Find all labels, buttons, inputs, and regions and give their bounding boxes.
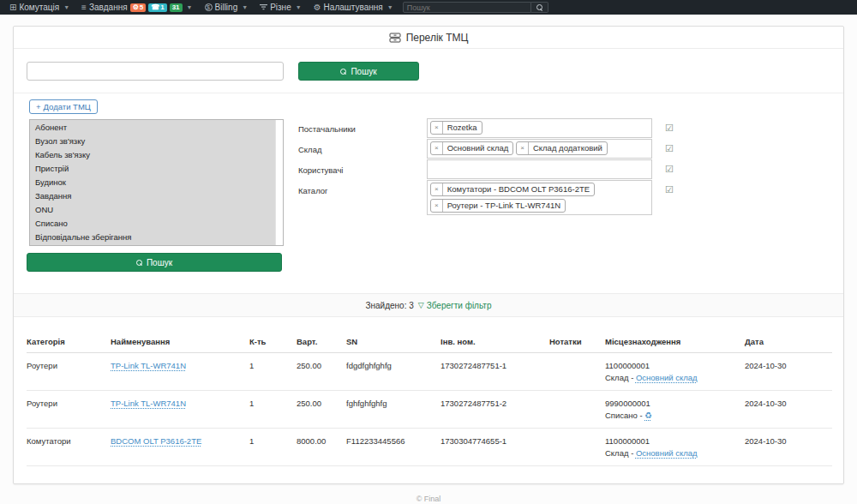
filter-label-users: Користувачі [298, 160, 427, 179]
chevron-down-icon: ▼ [187, 4, 193, 10]
save-filter-link[interactable]: ▽ Зберегти фільтр [418, 301, 492, 310]
recycle-icon[interactable]: ♻ [644, 411, 652, 420]
cell-location: 1100000001 Склад - Основний склад [605, 353, 745, 391]
remove-tag-icon[interactable]: × [431, 142, 443, 154]
remove-tag-icon[interactable]: × [431, 200, 443, 212]
col-date: Дата [745, 329, 832, 353]
cell-price: 250.00 [297, 353, 346, 391]
tmc-search-input[interactable] [27, 62, 284, 81]
col-price: Варт. [297, 329, 346, 353]
table-row: Комутатори BDCOM OLT P3616-2TE 1 8000.00… [27, 429, 832, 466]
listbox-option[interactable]: Вузол зв'язку [30, 134, 283, 147]
listbox-option[interactable]: Кабель зв'язку [30, 147, 283, 161]
item-name-link[interactable]: TP-Link TL-WR741N [111, 361, 186, 370]
page-title: Перелік ТМЦ [14, 27, 843, 49]
tmc-table: Категорія Найменування К-ть Варт. SN Інв… [27, 329, 832, 466]
tasks-badge-count[interactable]: 31 [170, 3, 183, 12]
listbox-option[interactable]: Списано [30, 216, 283, 230]
nav-item-billing[interactable]: $ Billing ▼ [199, 0, 255, 15]
warehouse-checkbox-icon[interactable]: ☑ [652, 140, 686, 159]
funnel-icon: ▽ [418, 301, 424, 309]
table-header-row: Категорія Найменування К-ть Варт. SN Інв… [27, 329, 832, 353]
tasks-badge-gear[interactable]: ⚙5 [130, 3, 147, 12]
category-listbox[interactable]: Абонент Вузол зв'язку Кабель зв'язку При… [29, 119, 284, 246]
filter-label-catalog: Каталог [298, 181, 427, 215]
filter-bars-icon [260, 3, 267, 12]
col-location: Місцезнаходження [605, 329, 745, 353]
col-qty: К-ть [249, 329, 297, 353]
filter-chip: × Rozetka [430, 121, 482, 135]
cell-notes [549, 353, 605, 391]
search-button-top[interactable]: Пошук [298, 62, 419, 81]
cell-qty: 1 [249, 353, 297, 391]
location-link[interactable]: Основний склад [636, 373, 698, 382]
users-multiselect[interactable] [427, 159, 652, 179]
search-button-main[interactable]: Пошук [27, 253, 282, 272]
cell-date: 2024-10-30 [745, 391, 832, 429]
suppliers-checkbox-icon[interactable]: ☑ [652, 119, 686, 138]
col-name: Найменування [111, 329, 249, 353]
listbox-option[interactable]: ONU [30, 202, 283, 216]
top-navbar: ⊞ Комутація ▼ ≡ Завдання ⚙5 ☎1 31 ▼ $ Bi… [0, 0, 857, 15]
catalog-checkbox-icon[interactable]: ☑ [652, 181, 686, 215]
cell-location: 9990000001 Списано - ♻ [605, 391, 745, 429]
listbox-option[interactable]: Пристрій [30, 161, 283, 175]
nav-item-misc[interactable]: Різне ▼ [254, 0, 308, 15]
results-strip: Знайдено: 3 ▽ Зберегти фільтр [14, 293, 843, 317]
grid-icon: ⊞ [9, 3, 16, 12]
location-link[interactable]: Основний склад [636, 448, 698, 458]
cell-inv: 1730304774655-1 [440, 429, 549, 466]
item-name-link[interactable]: TP-Link TL-WR741N [111, 399, 186, 408]
plus-icon: + [36, 102, 41, 111]
filter-label-suppliers: Постачальники [298, 119, 427, 138]
filter-chip: × Основний склад [430, 141, 513, 155]
nav-item-tasks[interactable]: ≡ Завдання ⚙5 ☎1 31 ▼ [75, 0, 198, 15]
chevron-down-icon: ▼ [63, 4, 69, 10]
listbox-option[interactable]: Абонент [30, 120, 283, 134]
listbox-option[interactable]: Будинок [30, 175, 283, 189]
listbox-option[interactable]: Відповідальне зберігання [30, 230, 283, 243]
remove-tag-icon[interactable]: × [517, 142, 529, 154]
warehouse-multiselect[interactable]: × Основний склад × Склад додатковий [427, 139, 652, 159]
nav-label: Завдання [89, 3, 128, 12]
search-icon [340, 69, 346, 75]
gear-icon: ⚙ [133, 4, 139, 11]
navbar-search [403, 2, 548, 13]
nav-label: Різне [270, 3, 291, 12]
remove-tag-icon[interactable]: × [431, 183, 443, 195]
add-tmc-button[interactable]: + Додати ТМЦ [29, 99, 98, 114]
filter-section: + Додати ТМЦ Абонент Вузол зв'язку Кабел… [14, 93, 843, 282]
found-count: Знайдено: 3 [365, 301, 413, 310]
cell-sn: F112233445566 [346, 429, 440, 466]
cell-category: Роутери [27, 391, 111, 429]
table-row: Роутери TP-Link TL-WR741N 1 250.00 fghfg… [27, 391, 832, 429]
nav-item-settings[interactable]: ⚙ Налаштування ▼ [308, 0, 399, 15]
search-icon [136, 260, 142, 266]
chevron-down-icon: ▼ [296, 4, 302, 10]
tasks-badge-phone[interactable]: ☎1 [148, 3, 166, 12]
listbox-scrollbar[interactable] [275, 120, 283, 245]
archive-boxes-icon [389, 33, 401, 43]
remove-tag-icon[interactable]: × [431, 122, 443, 134]
cell-notes [549, 429, 605, 466]
filter-grid: Постачальники × Rozetka ☑ Склад × Основн… [298, 119, 830, 246]
catalog-multiselect[interactable]: × Комутатори - BDCOM OLT P3616-2TE × Роу… [427, 180, 652, 215]
cell-notes [549, 391, 605, 429]
listbox-option[interactable]: Завдання [30, 189, 283, 202]
nav-label: Налаштування [324, 3, 383, 12]
quick-search-section: Пошук [14, 49, 843, 93]
list-icon: ≡ [81, 3, 87, 12]
cell-qty: 1 [249, 429, 297, 466]
item-name-link[interactable]: BDCOM OLT P3616-2TE [111, 436, 201, 446]
nav-item-commutation[interactable]: ⊞ Комутація ▼ [3, 0, 75, 15]
navbar-search-button[interactable] [531, 2, 548, 13]
users-checkbox-icon[interactable]: ☑ [652, 160, 686, 179]
cell-category: Комутатори [27, 429, 111, 466]
col-sn: SN [346, 329, 440, 353]
cell-price: 250.00 [297, 391, 346, 429]
suppliers-multiselect[interactable]: × Rozetka [427, 118, 652, 138]
cell-inv: 1730272487751-2 [440, 391, 549, 429]
navbar-search-input[interactable] [403, 2, 531, 13]
col-notes: Нотатки [549, 329, 605, 353]
location-number: 9990000001 [605, 399, 741, 408]
